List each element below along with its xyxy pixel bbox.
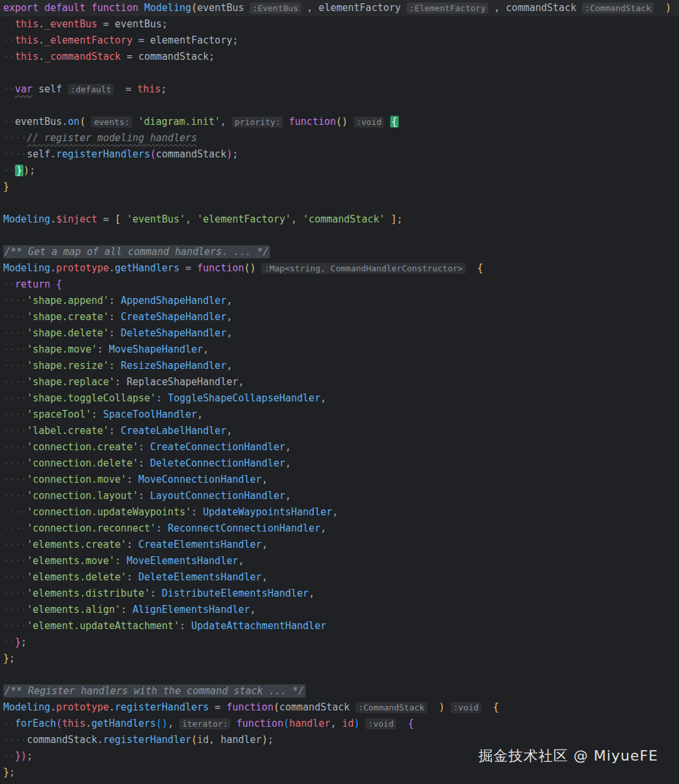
code-token: : (156, 392, 168, 404)
code-token: , (185, 213, 197, 225)
code-token: this (137, 83, 161, 95)
code-token: 'element.updateAttachment' (27, 620, 180, 632)
code-token: ···· (3, 376, 27, 388)
code-token: ···· (3, 506, 27, 518)
code-token: , (250, 604, 256, 615)
code-token: { (390, 116, 399, 128)
code-editor[interactable]: export default function Modeling(eventBu… (0, 0, 679, 784)
code-token: : (191, 506, 203, 518)
code-token: ···· (3, 620, 27, 632)
code-token: commandStack (139, 51, 209, 62)
code-token (396, 718, 408, 729)
code-line: ····'element.updateAttachment': UpdateAt… (3, 618, 679, 634)
code-token: CreateShapeHandler (121, 311, 227, 323)
code-token (38, 2, 44, 14)
code-token: ; (9, 653, 15, 664)
code-line (3, 98, 679, 114)
code-token: . (109, 262, 115, 274)
code-token: } (3, 181, 9, 193)
code-token: , (226, 360, 232, 372)
code-token: MoveElementsHandler (127, 555, 239, 567)
code-token: , (226, 311, 232, 323)
code-token (481, 701, 493, 713)
code-token: AppendShapeHandler (121, 295, 227, 306)
code-token (427, 701, 439, 713)
code-token (445, 701, 451, 713)
code-token: ; (232, 34, 238, 46)
code-token: ···· (3, 132, 27, 144)
code-token: _elementFactory (44, 34, 132, 46)
code-token: handler (289, 718, 330, 729)
code-token: . (50, 262, 56, 274)
code-token: 'shape.resize' (27, 360, 109, 372)
code-token: ] (391, 213, 397, 225)
code-line: ····'connection.layout': LayoutConnectio… (3, 488, 679, 504)
code-token: 'connection.move' (27, 474, 127, 485)
code-line: ····'shape.delete': DeleteShapeHandler, (3, 325, 679, 342)
code-token: [ (115, 213, 121, 225)
code-token: UpdateWaypointsHandler (203, 506, 332, 518)
code-line: }; (3, 651, 679, 667)
code-token: function (236, 718, 283, 729)
code-token: 'shape.move' (27, 344, 97, 355)
code-token: // register modeling handlers (27, 132, 197, 144)
code-token: ( (284, 718, 289, 729)
code-token (139, 2, 144, 14)
code-line: ····'elements.delete': DeleteElementsHan… (3, 569, 679, 586)
code-token: iterator: (180, 718, 230, 729)
code-token: , (286, 441, 291, 453)
code-token: ; (267, 734, 273, 746)
code-token: id (197, 734, 209, 746)
code-token: , (209, 734, 220, 746)
code-token: ·· (3, 18, 15, 30)
code-token: = (121, 51, 139, 62)
code-token: commandStack (156, 148, 226, 160)
code-token: : (139, 490, 150, 502)
code-line: Modeling.prototype.registerHandlers = fu… (3, 699, 679, 716)
code-line: } (3, 179, 679, 195)
code-line: ····self.registerHandlers(commandStack); (3, 146, 679, 163)
code-token: DeleteElementsHandler (139, 571, 262, 583)
code-token: ) (354, 718, 360, 729)
code-token: DeleteShapeHandler (121, 327, 227, 339)
code-token: ···· (3, 734, 27, 746)
code-token: ) (439, 701, 445, 713)
code-token: getHandlers (115, 262, 180, 274)
code-token: DeleteConnectionHandler (150, 457, 286, 469)
code-line: Modeling.$inject = [ 'eventBus', 'elemen… (3, 211, 679, 228)
code-token (33, 83, 38, 95)
code-token: :void (354, 116, 384, 128)
code-line: ····'shape.replace': ReplaceShapeHandler… (3, 374, 679, 390)
code-line: ··forEach(this.getHandlers(), iterator: … (3, 716, 679, 732)
code-token: () (244, 262, 256, 274)
code-token: ( (191, 2, 197, 14)
code-token: ···· (3, 425, 27, 437)
code-token: ; (161, 83, 166, 95)
code-token: ) (226, 148, 232, 160)
code-token: MoveShapeHandler (109, 344, 204, 355)
code-token: var (15, 83, 33, 95)
code-token: : (109, 425, 121, 437)
code-token: 'shape.toggleCollapse' (27, 392, 156, 404)
code-token: ···· (3, 148, 27, 160)
code-token: . (38, 51, 44, 62)
code-token: prototype (56, 701, 109, 713)
code-token: 'elements.distribute' (27, 588, 150, 599)
code-token: , (330, 718, 342, 729)
code-token: commandStack (27, 734, 97, 746)
code-token: registerHandlers (56, 148, 150, 160)
code-token: ···· (3, 604, 27, 615)
code-line: ····'connection.reconnect': ReconnectCon… (3, 520, 679, 537)
code-token: ···· (3, 327, 27, 339)
code-line (3, 195, 679, 211)
code-token: , (332, 506, 338, 518)
code-token: = (114, 83, 137, 95)
code-token: 'shape.delete' (27, 327, 109, 339)
code-token: : (139, 441, 150, 453)
code-token: , (261, 539, 267, 550)
code-token (360, 718, 366, 729)
code-token: :CommandStack (356, 702, 427, 713)
code-token: ·· (3, 718, 15, 729)
code-token: ) (23, 165, 29, 176)
code-token: } (3, 766, 9, 778)
